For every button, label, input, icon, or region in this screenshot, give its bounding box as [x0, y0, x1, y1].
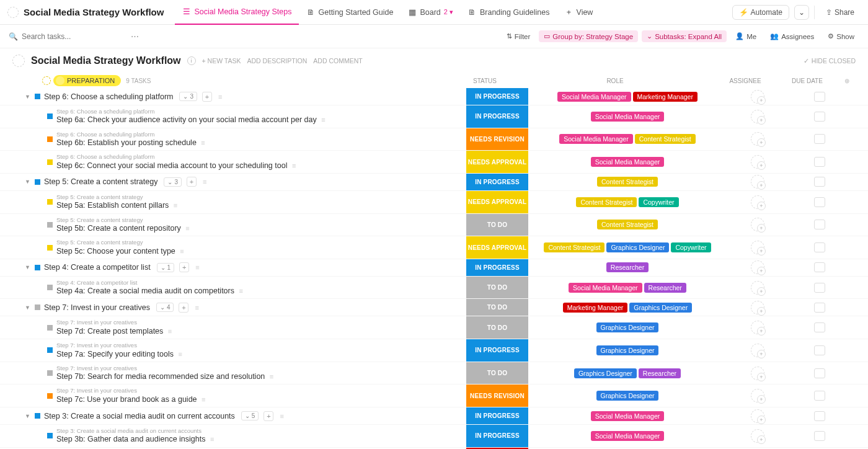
add-subtask-button[interactable]: + [187, 177, 197, 187]
automate-dropdown[interactable]: ⌄ [794, 5, 809, 20]
subtask-count-badge[interactable]: ⌄4 [156, 303, 174, 312]
status-square-icon[interactable] [47, 370, 53, 376]
role-cell[interactable]: Content StrategistCopywriter [528, 191, 727, 213]
filter-button[interactable]: ⇅Filter [502, 30, 536, 42]
role-cell[interactable]: Social Media ManagerResearcher [528, 277, 727, 299]
subtask-count-badge[interactable]: ⌄3 [164, 177, 182, 187]
status-cell[interactable]: TO DO [466, 214, 528, 236]
subtask-count-badge[interactable]: ⌄1 [157, 263, 175, 272]
assignee-cell[interactable] [727, 277, 789, 299]
role-cell[interactable]: Graphics Designer [528, 339, 727, 362]
automate-button[interactable]: ⚡ Automate [732, 5, 789, 20]
role-cell[interactable]: Researcher [528, 259, 727, 276]
assignee-cell[interactable] [727, 425, 789, 447]
status-cell[interactable]: TO DO [466, 316, 528, 339]
tab-board[interactable]: ▦Board2 ▾ [401, 0, 461, 25]
search-input[interactable] [22, 32, 121, 41]
role-cell[interactable]: Content Strategist [528, 214, 727, 236]
task-row[interactable]: Step 6: Choose a scheduling platform Ste… [0, 128, 868, 151]
assignees-button[interactable]: 👥Assignees [765, 30, 819, 42]
tab-getting-started-guide[interactable]: 🗎Getting Started Guide [299, 0, 401, 25]
search-box[interactable]: 🔍 [9, 32, 121, 41]
role-cell[interactable]: Social Media Manager [528, 407, 727, 424]
status-square-icon[interactable] [35, 305, 40, 310]
status-square-icon[interactable] [35, 265, 40, 270]
task-row[interactable]: ▼ Step 5: Create a content strategy ⌄3 +… [0, 174, 868, 191]
status-cell[interactable]: NEEDS APPROVAL [466, 151, 528, 173]
share-button[interactable]: ⇪ Share [820, 6, 861, 19]
task-row[interactable]: Step 7: Invest in your creatives Step 7a… [0, 339, 868, 362]
col-due-date[interactable]: DUE DATE [776, 78, 838, 84]
chevron-down-icon[interactable]: ▼ [25, 305, 31, 311]
add-column-button[interactable]: ⊕ [838, 78, 856, 84]
status-square-icon[interactable] [47, 159, 53, 165]
assignee-cell[interactable] [727, 385, 789, 407]
status-cell[interactable]: IN PROGRESS [466, 259, 528, 276]
add-subtask-button[interactable]: + [264, 411, 273, 421]
add-subtask-button[interactable]: + [179, 262, 189, 272]
due-date-cell[interactable] [789, 425, 851, 447]
due-date-cell[interactable] [789, 128, 851, 151]
subtask-count-badge[interactable]: ⌄3 [179, 92, 197, 101]
task-row[interactable]: Step 5: Create a content strategy Step 5… [0, 191, 868, 214]
status-square-icon[interactable] [47, 136, 53, 142]
due-date-cell[interactable] [789, 88, 851, 105]
role-cell[interactable]: Social Media ManagerMarketing Manager [528, 88, 727, 105]
status-cell[interactable]: NEEDS REVISION [466, 385, 528, 407]
status-square-icon[interactable] [47, 393, 53, 399]
role-cell[interactable]: Content Strategist [528, 174, 727, 190]
status-cell[interactable]: IN PROGRESS [466, 174, 528, 190]
assignee-cell[interactable] [727, 407, 789, 424]
assignee-cell[interactable] [727, 236, 789, 259]
role-cell[interactable]: Social Media ManagerContent Strategist [528, 128, 727, 151]
role-cell[interactable]: Graphics DesignerResearcher [528, 362, 727, 385]
role-cell[interactable]: Marketing ManagerGraphics Designer [528, 299, 727, 316]
status-cell[interactable]: TO DO [466, 277, 528, 299]
status-cell[interactable]: NEEDS APPROVAL [466, 236, 528, 259]
task-row[interactable]: Step 3: Create a social media audit on c… [0, 425, 868, 448]
status-cell[interactable]: IN PROGRESS [466, 88, 528, 105]
assignee-cell[interactable] [727, 339, 789, 362]
status-cell[interactable]: NEEDS APPROVAL [466, 191, 528, 213]
status-cell[interactable]: TO DO [466, 362, 528, 385]
task-row[interactable]: ▼ Step 7: Invest in your creatives ⌄4 + … [0, 299, 868, 316]
status-square-icon[interactable] [47, 325, 53, 331]
task-row[interactable]: Step 4: Create a competitor list Step 4a… [0, 277, 868, 300]
info-icon[interactable]: i [187, 56, 196, 65]
assignee-cell[interactable] [727, 214, 789, 236]
due-date-cell[interactable] [789, 277, 851, 299]
due-date-cell[interactable] [789, 191, 851, 213]
task-row[interactable]: Step 5: Create a content strategy Step 5… [0, 214, 868, 237]
status-cell[interactable]: IN PROGRESS [466, 425, 528, 447]
status-cell[interactable]: IN PROGRESS [466, 407, 528, 424]
due-date-cell[interactable] [789, 105, 851, 128]
col-status[interactable]: STATUS [454, 78, 516, 84]
add-comment-button[interactable]: ADD COMMENT [313, 57, 362, 64]
chevron-down-icon[interactable]: ▼ [25, 264, 31, 270]
group-by-pill[interactable]: ▭Group by: Strategy Stage [539, 30, 638, 42]
assignee-cell[interactable] [727, 151, 789, 173]
assignee-cell[interactable] [727, 128, 789, 151]
me-button[interactable]: 👤Me [730, 30, 761, 42]
task-row[interactable]: Step 7: Invest in your creatives Step 7d… [0, 316, 868, 339]
status-square-icon[interactable] [47, 222, 53, 228]
due-date-cell[interactable] [789, 236, 851, 259]
chevron-down-icon[interactable]: ▼ [25, 94, 31, 100]
tab-branding-guidelines[interactable]: 🗎Branding Guidelines [461, 0, 557, 25]
col-role[interactable]: ROLE [516, 78, 714, 84]
due-date-cell[interactable] [789, 214, 851, 236]
role-cell[interactable]: Social Media Manager [528, 151, 727, 173]
assignee-cell[interactable] [727, 191, 789, 213]
due-date-cell[interactable] [789, 362, 851, 385]
due-date-cell[interactable] [789, 151, 851, 173]
list-status-circle-icon[interactable] [12, 55, 25, 67]
assignee-cell[interactable] [727, 88, 789, 105]
task-row[interactable]: ▼ Step 3: Create a social media audit on… [0, 407, 868, 425]
status-square-icon[interactable] [47, 347, 53, 353]
more-options-button[interactable]: ⋯ [127, 30, 143, 42]
due-date-cell[interactable] [789, 339, 851, 362]
chevron-down-icon[interactable]: ▼ [25, 179, 31, 185]
assignee-cell[interactable] [727, 105, 789, 128]
hide-closed-toggle[interactable]: ✓HIDE CLOSED [804, 57, 856, 64]
status-cell[interactable]: NEEDS REVISION [466, 128, 528, 151]
